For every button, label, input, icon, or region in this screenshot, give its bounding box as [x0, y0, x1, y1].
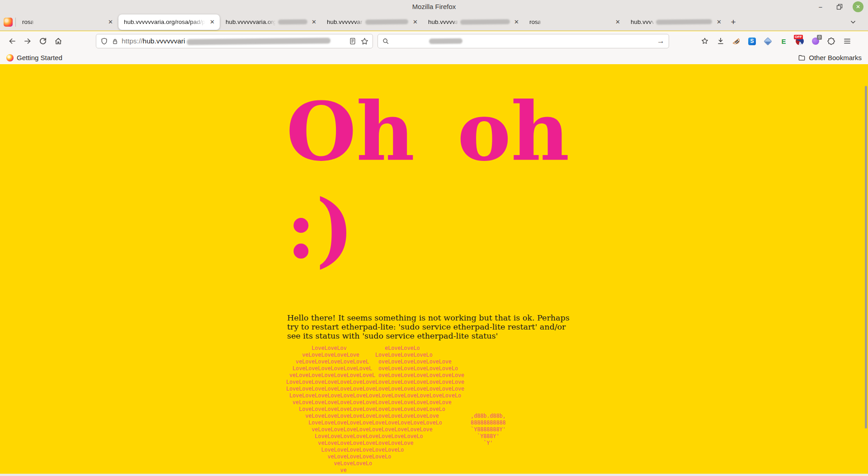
hamburger-menu-icon [843, 37, 851, 45]
arrow-right-icon [24, 37, 32, 45]
shield-icon [100, 38, 108, 45]
redacted-tab-text [365, 19, 408, 25]
tab-etherpad-active[interactable]: hub.vvvvvvaria.org/rosa/pad/p/ ✕ [118, 14, 220, 30]
tab-title: rosa [22, 19, 34, 25]
privacy-badger-extension-button[interactable] [730, 34, 743, 48]
minimize-button[interactable]: − [815, 1, 826, 13]
page-content: Oh oh :) Hello there! It seems something… [0, 64, 868, 476]
close-icon[interactable]: ✕ [411, 18, 420, 26]
extensions-button[interactable] [825, 34, 838, 48]
bookmark-star-icon[interactable] [361, 38, 368, 45]
tab-hub-4[interactable]: hub.vvvvvvari ✕ [321, 14, 423, 31]
redacted-tab-text [460, 19, 509, 24]
bookmark-label: Getting Started [17, 54, 62, 61]
downloads-button[interactable] [714, 34, 727, 48]
close-icon[interactable]: ✕ [512, 18, 521, 26]
reload-icon [39, 37, 47, 45]
tab-title: rosa [529, 19, 541, 25]
url-host: hub.vvvvvvari [143, 37, 185, 45]
counter-badge: 0 [817, 35, 822, 40]
purple-extension-button[interactable]: 0 [809, 34, 822, 48]
heading-line-2: :) [286, 180, 570, 278]
firefox-view-icon[interactable] [4, 18, 13, 27]
redacted-tab-text [656, 19, 712, 24]
new-tab-button[interactable]: + [726, 15, 740, 29]
search-bar[interactable]: → [377, 34, 669, 48]
close-icon[interactable]: ✕ [310, 18, 318, 26]
tab-title: hub.vvvvvvaria.org [226, 19, 277, 25]
search-go-button[interactable]: → [657, 37, 665, 46]
e-extension-icon: E [781, 38, 786, 45]
badger-icon [732, 37, 741, 46]
ascii-heart-art: LoveLoveLov eLoveLoveLo veLoveLoveLoveLo… [286, 345, 506, 474]
list-all-tabs-button[interactable] [845, 15, 861, 29]
reload-button[interactable] [35, 34, 51, 48]
lock-icon [112, 38, 118, 45]
tab-hub-7[interactable]: hub.vvvv ✕ [625, 14, 726, 31]
blue-diamond-extension-button[interactable] [761, 34, 774, 48]
vertical-scrollbar-thumb[interactable] [865, 86, 867, 429]
restore-button[interactable] [834, 1, 845, 13]
bookmarks-bar: Getting Started Other Bookmarks [0, 51, 868, 64]
home-icon [54, 37, 62, 45]
diamond-icon [764, 37, 772, 45]
error-paragraph: Hello there! It seems something is not w… [287, 314, 580, 340]
restore-icon [836, 4, 843, 10]
arrow-left-icon [8, 37, 16, 45]
url-scheme: https:// [122, 37, 143, 45]
e-extension-button[interactable]: E [777, 34, 790, 48]
tab-hub-3[interactable]: hub.vvvvvvaria.org ✕ [220, 14, 321, 31]
tab-title: hub.vvvvvvaria.org/rosa/pad/p/ [124, 19, 207, 25]
puzzle-piece-icon [827, 37, 835, 45]
close-icon[interactable]: ✕ [715, 18, 723, 26]
home-button[interactable] [51, 34, 66, 48]
chevron-down-icon [849, 19, 857, 26]
tab-title: hub.vvvv [631, 19, 655, 25]
tab-title: hub.vvvvvvari [327, 19, 364, 25]
close-icon[interactable]: ✕ [208, 18, 217, 26]
window-title: Mozilla Firefox [0, 3, 868, 10]
tab-title: hub.vvvvva [428, 19, 459, 25]
redacted-url-text [187, 38, 330, 45]
forward-button[interactable] [20, 34, 35, 48]
url-text: https://hub.vvvvvvari [122, 37, 185, 45]
firefox-icon [6, 54, 14, 61]
folder-icon [798, 54, 806, 61]
extension-toolbar: S E OFF 0 [698, 34, 854, 48]
close-button[interactable]: ✕ [853, 1, 863, 12]
download-icon [717, 37, 725, 45]
wayback-machine-extension-button[interactable]: OFF [793, 34, 806, 48]
error-heading: Oh oh :) [286, 83, 570, 278]
heading-line-1: Oh oh [286, 83, 570, 180]
navigation-toolbar: https://hub.vvvvvvari → S E [0, 31, 868, 51]
reader-mode-icon[interactable] [349, 38, 356, 45]
other-bookmarks-label: Other Bookmarks [809, 54, 862, 61]
sparkle-star-icon [701, 37, 709, 45]
back-button[interactable] [5, 34, 20, 48]
close-icon[interactable]: ✕ [106, 18, 115, 26]
getting-started-bookmark[interactable]: Getting Started [6, 54, 62, 61]
sparkle-star-extension-button[interactable] [698, 34, 711, 48]
other-bookmarks-button[interactable]: Other Bookmarks [798, 54, 862, 61]
redacted-tab-text [278, 19, 307, 25]
s-extension-icon: S [748, 38, 756, 45]
menu-button[interactable] [840, 34, 854, 48]
s-extension-button[interactable]: S [745, 34, 759, 48]
window-bottom-edge [0, 474, 868, 476]
wayback-off-badge: OFF [794, 35, 803, 39]
tab-rosa-6[interactable]: rosa ✕ [524, 14, 625, 31]
tab-separator [15, 18, 16, 27]
tab-hub-5[interactable]: hub.vvvvva ✕ [423, 14, 524, 31]
redacted-search-text [429, 38, 462, 44]
search-icon [382, 38, 389, 45]
close-icon[interactable]: ✕ [613, 18, 622, 26]
url-bar[interactable]: https://hub.vvvvvvari [96, 34, 373, 48]
tab-bar: rosa ✕ hub.vvvvvvaria.org/rosa/pad/p/ ✕ … [0, 14, 868, 31]
tab-rosa-1[interactable]: rosa ✕ [17, 14, 118, 31]
window-titlebar: Mozilla Firefox − ✕ [0, 0, 868, 14]
